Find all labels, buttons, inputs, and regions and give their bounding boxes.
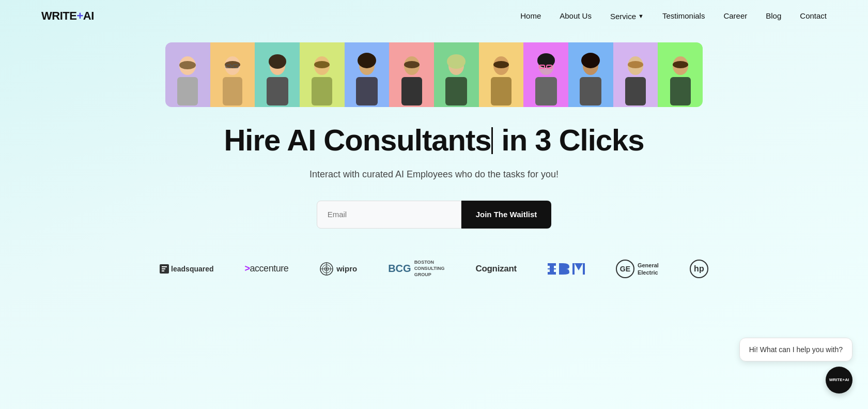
person-card-2 <box>210 42 255 107</box>
person-card-8 <box>479 42 524 107</box>
person-card-6 <box>389 42 434 107</box>
logo-text: WRITE <box>41 9 76 23</box>
nav-testimonials[interactable]: Testimonials <box>662 11 705 21</box>
accenture-logo: >accenture <box>245 263 289 274</box>
svg-rect-25 <box>491 77 512 105</box>
person-card-5 <box>345 42 390 107</box>
svg-point-26 <box>493 61 509 68</box>
service-dropdown-icon: ▼ <box>638 13 644 19</box>
svg-rect-13 <box>312 77 332 105</box>
bcg-logo: BCG BOSTON CONSULTING GROUP <box>388 260 444 278</box>
svg-rect-44 <box>162 270 164 271</box>
svg-point-17 <box>358 53 376 68</box>
hp-logo: hp <box>690 260 708 278</box>
svg-rect-51 <box>548 263 556 265</box>
chat-widget: Hi! What can I help you with? WRITE+AI <box>739 338 853 393</box>
svg-rect-16 <box>356 77 378 105</box>
svg-rect-36 <box>625 77 646 105</box>
svg-rect-1 <box>177 77 198 105</box>
leadsquared-icon <box>160 264 169 274</box>
logo[interactable]: WRITE+ AI <box>41 9 94 23</box>
svg-rect-28 <box>535 77 557 105</box>
nav-contact[interactable]: Contact <box>800 11 827 21</box>
nav-links: Home About Us Service ▼ Testimonials Car… <box>520 11 827 21</box>
photo-strip <box>165 42 703 107</box>
svg-rect-22 <box>445 77 467 105</box>
cognizant-logo: Cognizant <box>475 264 516 274</box>
svg-rect-43 <box>162 268 165 269</box>
svg-rect-56 <box>548 272 556 273</box>
person-card-1 <box>165 42 210 107</box>
hero-section: Hire AI Consultants in 3 Clicks Interact… <box>0 32 868 299</box>
cta-form: Join The Waitlist <box>317 201 552 229</box>
svg-rect-42 <box>162 266 167 267</box>
waitlist-button[interactable]: Join The Waitlist <box>461 201 552 229</box>
person-card-4 <box>300 42 345 107</box>
ibm-icon <box>548 261 585 277</box>
subheadline: Interact with curated AI Employees who d… <box>309 169 559 180</box>
cursor <box>491 127 493 154</box>
svg-rect-10 <box>267 77 288 105</box>
leadsquared-logo: leadsquared <box>160 264 213 274</box>
accenture-arrow: > <box>245 263 250 274</box>
svg-rect-54 <box>548 265 556 266</box>
chat-avatar-label: WRITE+AI <box>829 377 849 383</box>
partner-logos: leadsquared >accenture wipro <box>118 260 750 278</box>
svg-rect-4 <box>223 77 242 105</box>
svg-point-40 <box>673 61 688 68</box>
nav-home[interactable]: Home <box>520 11 541 21</box>
person-card-7 <box>434 42 479 107</box>
wipro-icon <box>319 262 334 276</box>
svg-rect-55 <box>548 268 556 269</box>
svg-rect-39 <box>670 77 691 105</box>
chat-bubble: Hi! What can I help you with? <box>739 338 853 361</box>
person-card-10 <box>568 42 613 107</box>
email-input[interactable] <box>317 201 461 229</box>
navbar: WRITE+ AI Home About Us Service ▼ Testim… <box>0 0 868 32</box>
svg-point-34 <box>581 53 600 68</box>
nav-blog[interactable]: Blog <box>766 11 781 21</box>
svg-marker-60 <box>575 263 583 270</box>
svg-point-11 <box>269 54 286 69</box>
svg-rect-59 <box>583 263 585 275</box>
logo-plus: + <box>76 9 83 23</box>
chat-avatar-button[interactable]: WRITE+AI <box>826 367 853 393</box>
nav-service[interactable]: Service ▼ <box>610 12 644 21</box>
svg-point-2 <box>179 61 196 69</box>
svg-rect-33 <box>580 77 601 105</box>
svg-rect-57 <box>559 263 563 275</box>
person-card-12 <box>658 42 703 107</box>
svg-point-20 <box>404 61 420 68</box>
person-card-11 <box>613 42 658 107</box>
person-card-3 <box>255 42 300 107</box>
chat-bubble-text: Hi! What can I help you with? <box>749 345 843 354</box>
person-card-9 <box>523 42 568 107</box>
ibm-logo <box>548 261 585 277</box>
svg-rect-19 <box>401 77 422 105</box>
svg-rect-53 <box>548 273 556 275</box>
headline: Hire AI Consultants in 3 Clicks <box>224 124 644 157</box>
svg-point-14 <box>314 61 330 68</box>
nav-about[interactable]: About Us <box>560 11 592 21</box>
nav-career[interactable]: Career <box>723 11 747 21</box>
svg-point-23 <box>447 54 466 69</box>
logo-ai: AI <box>83 9 94 23</box>
svg-rect-58 <box>572 263 575 275</box>
ge-logo: GE General Electric <box>616 260 659 278</box>
svg-point-37 <box>628 61 643 68</box>
wipro-logo: wipro <box>319 262 357 276</box>
